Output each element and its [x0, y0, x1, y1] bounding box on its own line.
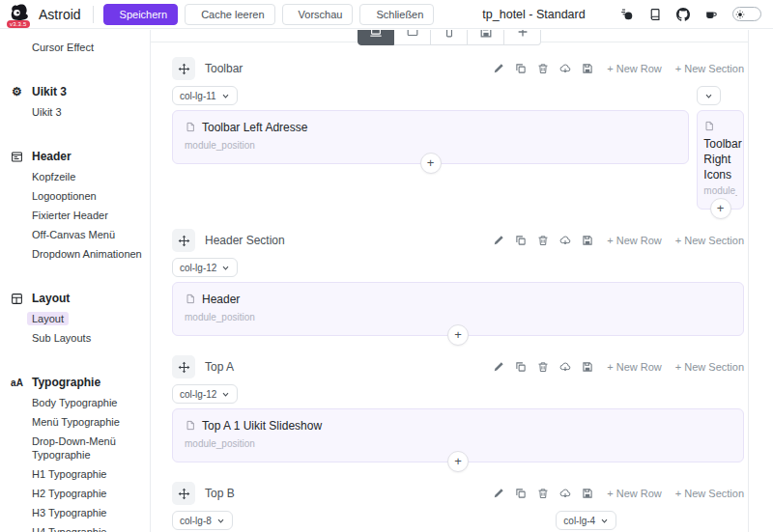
export-icon: [559, 361, 571, 373]
new-row-button[interactable]: + New Row: [607, 488, 662, 499]
toolbar-plus-button[interactable]: [504, 30, 541, 45]
delete-icon[interactable]: [537, 235, 549, 246]
edit-icon[interactable]: [493, 361, 504, 373]
astroid-logo-icon: v3.3.5: [8, 3, 33, 26]
column-size-select[interactable]: col-lg-4: [556, 511, 616, 530]
module-card[interactable]: Headermodule_position+: [172, 282, 744, 336]
module-name-label: Header: [202, 293, 240, 306]
theme-toggle[interactable]: [732, 7, 761, 21]
sidebar-item-h3-typographie[interactable]: H3 Typographie: [8, 503, 142, 522]
move-section-handle[interactable]: [172, 229, 195, 252]
new-row-button[interactable]: + New Row: [607, 63, 662, 74]
move-section-handle[interactable]: [172, 355, 195, 378]
toolbar-mobile-button[interactable]: [431, 30, 468, 45]
column-size-select[interactable]: [697, 86, 721, 105]
save-icon[interactable]: [582, 235, 593, 246]
save-icon[interactable]: [582, 488, 593, 499]
save-icon[interactable]: [582, 63, 593, 74]
sidebar-item-drop-down-men-typographie[interactable]: Drop-Down-Menü Typographie: [8, 432, 142, 464]
meteor-icon[interactable]: [620, 8, 634, 21]
cache-button[interactable]: Cache leeren: [185, 4, 274, 25]
sidebar-item-h1-typographie[interactable]: H1 Typographie: [8, 464, 142, 484]
sidebar-item-kopfzeile[interactable]: Kopfzeile: [8, 167, 142, 186]
delete-icon[interactable]: [537, 361, 549, 373]
column-size-select[interactable]: col-lg-12: [172, 384, 238, 404]
sidebar-item-sub-layouts[interactable]: Sub Layouts: [8, 328, 142, 348]
move-section-handle[interactable]: [172, 57, 195, 80]
edit-icon[interactable]: [493, 235, 504, 246]
move-section-handle[interactable]: [172, 482, 195, 505]
sections-container: Toolbar+ New Row+ New Sectioncol-lg-11To…: [172, 57, 744, 532]
sidebar-item-uikit-3[interactable]: Uikit 3: [8, 102, 142, 122]
column-size-select[interactable]: col-lg-8: [172, 511, 233, 530]
sidebar-group-header: aATypographie: [8, 374, 142, 393]
export-icon[interactable]: [559, 63, 571, 74]
column-size-select[interactable]: col-lg-12: [172, 258, 238, 277]
duplicate-icon[interactable]: [515, 488, 527, 499]
button-label: Speichern: [120, 9, 168, 20]
close-button[interactable]: Schließen: [359, 4, 434, 25]
github-icon[interactable]: [676, 8, 690, 21]
sidebar-item-men-typographie[interactable]: Menü Typographie: [8, 412, 142, 432]
chevron-down-icon: [221, 264, 230, 272]
export-icon[interactable]: [559, 235, 571, 246]
duplicate-icon: [515, 361, 527, 373]
toolbar-save-button[interactable]: [468, 30, 504, 45]
section-title: Top A: [205, 360, 234, 374]
section-top-a: Top A+ New Row+ New Sectioncol-lg-12Top …: [172, 355, 744, 462]
sidebar-item-layout[interactable]: Layout: [8, 309, 142, 328]
save-button[interactable]: Speichern: [103, 4, 179, 25]
sidebar-item-h4-typographie[interactable]: H4 Typographie: [8, 522, 142, 532]
add-module-button[interactable]: +: [447, 324, 469, 346]
sidebar-item-logooptionen[interactable]: Logooptionen: [8, 186, 142, 206]
export-icon[interactable]: [559, 361, 571, 373]
sidebar-group-title: Typographie: [32, 376, 100, 389]
duplicate-icon[interactable]: [515, 63, 527, 74]
docs-icon[interactable]: [648, 8, 662, 21]
add-module-button[interactable]: +: [420, 153, 442, 174]
new-section-button[interactable]: + New Section: [675, 235, 744, 246]
sidebar-group-title: Header: [32, 150, 72, 163]
sidebar-item-body-typographie[interactable]: Body Typographie: [8, 393, 142, 412]
toolbar-laptop-button[interactable]: [358, 30, 394, 45]
sidebar-item-cursor-effect[interactable]: Cursor Effect: [8, 38, 142, 57]
module-card[interactable]: Toolbar Right Iconsmodule_position+: [697, 110, 744, 210]
module-card[interactable]: Top A 1 Uikit Slideshowmodule_position+: [172, 408, 744, 462]
new-row-button[interactable]: + New Row: [607, 361, 662, 373]
save-icon: [582, 488, 593, 499]
edit-icon: [493, 63, 504, 74]
delete-icon[interactable]: [537, 488, 549, 499]
preview-button[interactable]: Vorschau: [282, 4, 354, 25]
duplicate-icon[interactable]: [515, 235, 527, 246]
toolbar-tablet-button[interactable]: [394, 30, 431, 45]
duplicate-icon[interactable]: [515, 361, 527, 373]
sidebar-item-dropdown-animationen[interactable]: Dropdown Animationen: [8, 244, 142, 264]
section-columns: col-lg-11Toolbar Left Adressemodule_posi…: [172, 80, 744, 210]
module-name: Toolbar Left Adresse: [185, 120, 676, 137]
add-module-button[interactable]: +: [447, 451, 469, 472]
section-columns: col-lg-12Top A 1 Uikit Slideshowmodule_p…: [172, 378, 744, 462]
column-size-select[interactable]: col-lg-11: [172, 86, 238, 105]
edit-icon[interactable]: [493, 63, 504, 74]
sidebar-item-fixierter-header[interactable]: Fixierter Header: [8, 206, 142, 225]
edit-icon[interactable]: [493, 488, 504, 499]
column-size-label: col-lg-12: [180, 263, 216, 273]
module-icon: [185, 293, 196, 309]
section-header-section: Header Section+ New Row+ New Sectioncol-…: [172, 229, 744, 336]
sidebar-item-label: Body Typographie: [32, 396, 117, 409]
add-module-button[interactable]: +: [710, 198, 731, 219]
module-card[interactable]: Toolbar Left Adressemodule_position+: [172, 110, 689, 164]
sidebar-item-h2-typographie[interactable]: H2 Typographie: [8, 484, 142, 503]
new-section-button[interactable]: + New Section: [675, 63, 744, 74]
new-section-button[interactable]: + New Section: [675, 361, 744, 373]
section-columns: col-lg-12Headermodule_position+: [172, 252, 744, 336]
coffee-icon[interactable]: [704, 8, 718, 21]
sidebar-item-label: Cursor Effect: [32, 41, 94, 54]
sidebar-item-off-canvas-men-[interactable]: Off-Canvas Menü: [8, 225, 142, 244]
coffee-icon: [704, 8, 718, 21]
new-row-button[interactable]: + New Row: [607, 235, 662, 246]
new-section-button[interactable]: + New Section: [675, 488, 744, 499]
save-icon[interactable]: [582, 361, 593, 373]
export-icon[interactable]: [559, 488, 571, 499]
delete-icon[interactable]: [537, 63, 549, 74]
